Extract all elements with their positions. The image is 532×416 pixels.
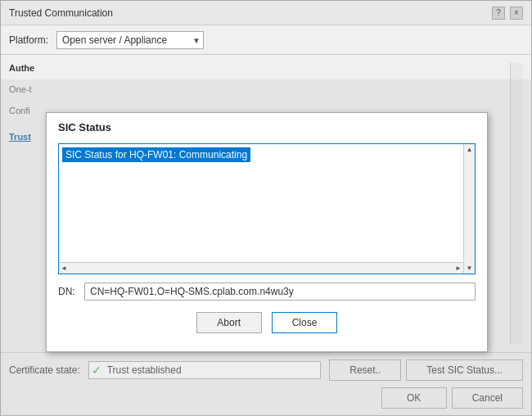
sic-status-text: SIC Status for HQ-FW01: Communicating — [62, 147, 250, 162]
title-bar-controls: ? × — [492, 7, 523, 20]
sic-status-dialog: SIC Status SIC Status for HQ-FW01: Commu… — [46, 112, 488, 352]
scroll-down-icon[interactable]: ▼ — [465, 263, 475, 274]
main-window: Trusted Communication ? × Platform: Open… — [0, 0, 532, 416]
close-dialog-button[interactable]: Close — [272, 312, 338, 333]
help-button[interactable]: ? — [492, 7, 505, 20]
scroll-left-icon[interactable]: ◄ — [59, 263, 69, 274]
close-window-button[interactable]: × — [510, 7, 523, 20]
sic-scrollbar-vertical[interactable]: ▲ ▼ — [463, 144, 475, 274]
auth-section: Authe — [9, 63, 52, 73]
main-content-wrapper: Authe One-t Confi Trust SIC Status — [1, 55, 531, 352]
dialog-title: SIC Status — [58, 121, 111, 133]
dialog-title-bar: SIC Status — [47, 113, 487, 138]
sic-status-textarea: SIC Status for HQ-FW01: Communicating ▲ … — [58, 143, 476, 274]
platform-label: Platform: — [9, 34, 48, 46]
sic-scrollbar-horizontal[interactable]: ◄ ► — [59, 262, 463, 274]
sic-textarea-content: SIC Status for HQ-FW01: Communicating — [59, 144, 475, 274]
window-title: Trusted Communication — [9, 7, 113, 19]
dn-label: DN: — [58, 286, 78, 297]
auth-label: Authe — [9, 63, 52, 73]
dn-row: DN: — [58, 283, 476, 301]
dialog-buttons: Abort Close — [58, 309, 476, 340]
scroll-right-icon[interactable]: ► — [453, 263, 463, 274]
dn-input[interactable] — [84, 283, 476, 301]
scroll-up-icon[interactable]: ▲ — [465, 144, 475, 155]
platform-select[interactable]: Open server / Appliance — [56, 31, 204, 49]
platform-bar: Platform: Open server / Appliance ▼ — [1, 25, 531, 55]
dialog-body: SIC Status for HQ-FW01: Communicating ▲ … — [47, 138, 487, 351]
modal-overlay: SIC Status SIC Status for HQ-FW01: Commu… — [1, 79, 532, 416]
title-bar-left: Trusted Communication — [9, 7, 113, 19]
title-bar: Trusted Communication ? × — [1, 1, 531, 25]
platform-select-wrapper: Open server / Appliance ▼ — [56, 31, 204, 49]
abort-button[interactable]: Abort — [196, 312, 262, 333]
